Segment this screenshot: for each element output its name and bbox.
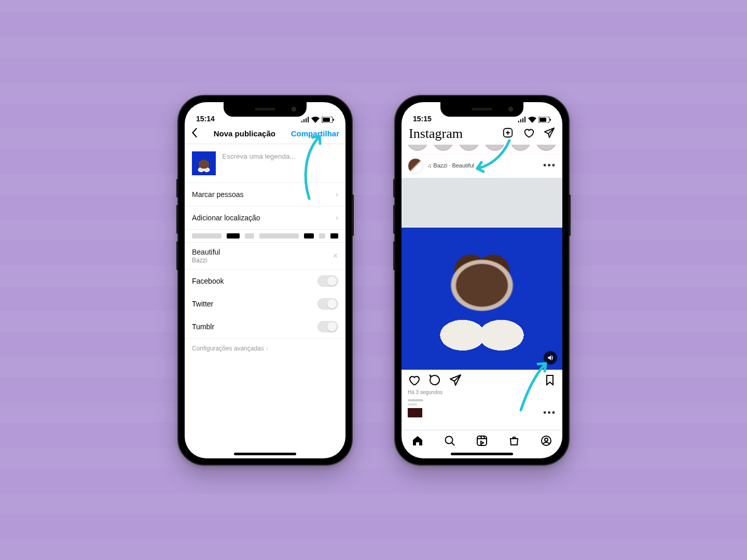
cellular-icon (518, 117, 526, 122)
tab-profile[interactable] (540, 435, 552, 449)
remove-music-button[interactable]: ✕ (333, 252, 338, 260)
music-row[interactable]: Beautiful Bazzi ✕ (185, 243, 345, 270)
svg-rect-5 (550, 119, 551, 121)
notch (224, 102, 307, 117)
tab-shop[interactable] (508, 435, 520, 449)
share-target-tumblr: Tumblr (185, 315, 345, 338)
post-thumbnail[interactable] (192, 151, 216, 175)
location-suggestions[interactable] (185, 229, 345, 243)
next-post-thumbnail[interactable] (408, 408, 422, 417)
share-target-facebook: Facebook (185, 270, 345, 292)
next-post-header: ••• (402, 405, 562, 418)
status-time: 15:15 (413, 115, 432, 123)
music-artist: Bazzi (192, 257, 338, 264)
post-more-button[interactable]: ••• (543, 160, 556, 171)
row-label: Adicionar localização (192, 214, 260, 222)
home-indicator[interactable] (451, 453, 513, 455)
tag-people-row[interactable]: Marcar pessoas › (185, 183, 345, 206)
instagram-header: Instagram (402, 124, 562, 145)
chevron-right-icon: › (336, 213, 338, 222)
stories-tray[interactable] (402, 145, 562, 154)
activity-button[interactable] (523, 127, 534, 141)
facebook-toggle[interactable] (317, 275, 338, 287)
nav-title: Nova publicação (214, 129, 275, 138)
sound-toggle-button[interactable] (544, 351, 557, 365)
status-time: 15:14 (196, 115, 215, 123)
home-indicator[interactable] (234, 453, 296, 455)
phone-right: 15:15 Instagram ♫ Bazzi · Beautiful • (394, 95, 570, 466)
row-label: Marcar pessoas (192, 190, 244, 199)
post-image[interactable] (402, 178, 562, 370)
share-target-twitter: Twitter (185, 292, 345, 315)
notch (440, 102, 523, 117)
svg-point-10 (545, 438, 548, 441)
svg-rect-1 (323, 118, 330, 122)
chevron-right-icon: › (336, 190, 338, 199)
phone-left: 15:14 Nova publicação Compartilhar Escre… (177, 95, 353, 466)
share-label: Twitter (192, 300, 213, 308)
cellular-icon (301, 117, 309, 122)
wifi-icon (311, 117, 320, 123)
battery-icon (538, 117, 551, 123)
svg-point-7 (446, 436, 453, 443)
post-actions (402, 370, 562, 389)
new-post-button[interactable] (502, 127, 514, 141)
row-label: Configurações avançadas (192, 345, 264, 352)
share-label: Facebook (192, 277, 224, 285)
caption-row: Escreva uma legenda... (185, 144, 345, 183)
tab-search[interactable] (444, 435, 456, 449)
battery-icon (322, 117, 334, 123)
post-avatar[interactable] (408, 158, 423, 174)
post-music-line[interactable]: ♫ Bazzi · Beautiful (427, 162, 474, 169)
chevron-right-icon: › (266, 345, 268, 352)
tab-reels[interactable] (476, 435, 488, 449)
instagram-logo[interactable]: Instagram (409, 126, 463, 142)
share-button[interactable]: Compartilhar (291, 129, 339, 138)
caption-input[interactable]: Escreva uma legenda... (222, 151, 338, 175)
tab-home[interactable] (411, 435, 424, 449)
comment-button[interactable] (428, 374, 441, 388)
share-label: Tumblr (192, 323, 214, 331)
like-button[interactable] (408, 374, 420, 388)
save-button[interactable] (544, 374, 556, 388)
add-location-row[interactable]: Adicionar localização › (185, 206, 345, 229)
advanced-settings-row[interactable]: Configurações avançadas› (185, 338, 345, 358)
svg-rect-2 (333, 119, 334, 121)
back-button[interactable] (191, 128, 198, 139)
messages-button[interactable] (544, 127, 555, 141)
music-title: Beautiful (192, 248, 338, 256)
twitter-toggle[interactable] (317, 298, 338, 310)
svg-rect-4 (540, 118, 546, 122)
post-timestamp: Há 3 segundos (402, 389, 562, 399)
next-post-more-button[interactable]: ••• (543, 408, 556, 418)
wifi-icon (528, 117, 536, 123)
post-header: ♫ Bazzi · Beautiful ••• (402, 154, 562, 178)
tumblr-toggle[interactable] (317, 321, 338, 332)
nav-bar: Nova publicação Compartilhar (185, 124, 345, 144)
share-post-button[interactable] (449, 374, 462, 388)
